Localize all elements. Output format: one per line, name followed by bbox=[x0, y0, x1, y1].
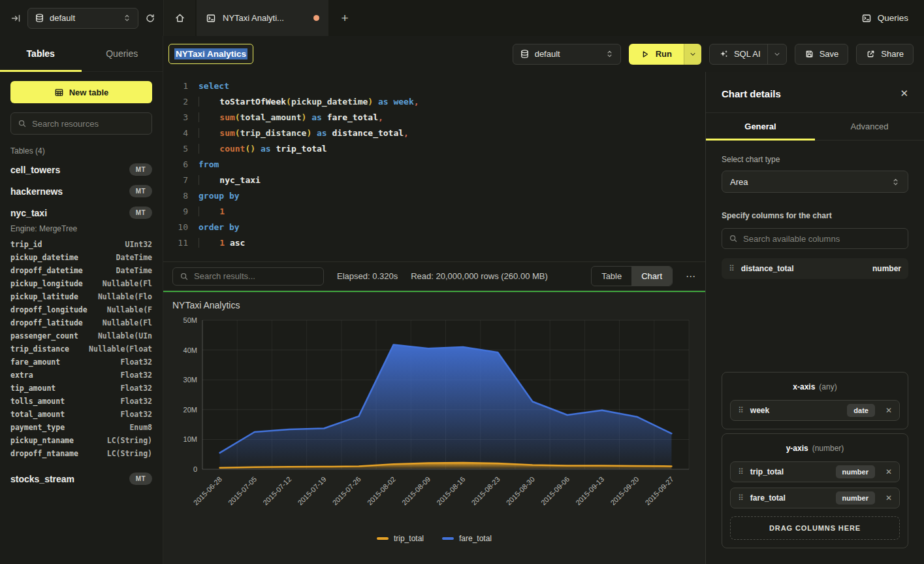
read-stat: Read: 20,000,000 rows (260.00 MB) bbox=[411, 271, 548, 281]
x-axis-title: x-axis(any) bbox=[730, 382, 900, 391]
svg-text:10M: 10M bbox=[183, 435, 197, 443]
tab-advanced[interactable]: Advanced bbox=[815, 113, 924, 140]
schema-column-row: tolls_amountFloat32 bbox=[0, 395, 163, 408]
collapse-sidebar-icon[interactable] bbox=[10, 13, 21, 24]
view-toggle-table[interactable]: Table bbox=[592, 267, 631, 286]
query-tab[interactable]: NYTaxi Analyti... bbox=[197, 0, 328, 36]
svg-text:2015-07-12: 2015-07-12 bbox=[261, 475, 293, 506]
remove-icon[interactable]: ✕ bbox=[885, 467, 892, 476]
sql-ai-chevron[interactable] bbox=[767, 44, 786, 64]
schema-column-list: trip_idUInt32pickup_datetimeDateTimedrop… bbox=[0, 238, 163, 461]
code-line: 1select bbox=[174, 78, 705, 94]
sidebar-tab-tables[interactable]: Tables bbox=[0, 36, 82, 71]
svg-text:30M: 30M bbox=[183, 376, 197, 384]
top-bar: default NYTaxi Analyti... + bbox=[0, 0, 924, 36]
queries-button[interactable]: Queries bbox=[861, 0, 924, 36]
schema-column-row: extraFloat32 bbox=[0, 369, 163, 382]
schema-column-row: dropoff_datetimeDateTime bbox=[0, 264, 163, 277]
table-row[interactable]: stocks_stream MT bbox=[0, 468, 163, 489]
columns-label: Specify columns for the chart bbox=[722, 211, 908, 220]
new-table-button[interactable]: New table bbox=[10, 81, 152, 103]
svg-text:0: 0 bbox=[193, 465, 197, 473]
y-axis-section: y-axis(number) ⠿ trip_total number ✕ ⠿ f… bbox=[722, 433, 908, 548]
topbar-database-select[interactable]: default bbox=[27, 8, 138, 29]
editor-database-select[interactable]: default bbox=[513, 44, 621, 65]
schema-column-row: passenger_countNullable(UIn bbox=[0, 329, 163, 342]
svg-text:2015-09-20: 2015-09-20 bbox=[609, 475, 640, 506]
x-axis-item-week[interactable]: ⠿ week date ✕ bbox=[730, 400, 900, 421]
table-row[interactable]: hackernews MT bbox=[0, 180, 163, 202]
drag-handle-icon[interactable]: ⠿ bbox=[729, 264, 735, 273]
refresh-icon[interactable] bbox=[145, 13, 155, 24]
legend-item-fare-total[interactable]: fare_total bbox=[442, 534, 492, 543]
sidebar-tab-queries[interactable]: Queries bbox=[82, 36, 163, 71]
type-pill: number bbox=[836, 491, 875, 505]
schema-column-row: dropoff_longitudeNullable(F bbox=[0, 303, 163, 316]
legend-item-trip-total[interactable]: trip_total bbox=[377, 534, 424, 543]
results-toolbar: Elapsed: 0.320s Read: 20,000,000 rows (2… bbox=[163, 261, 705, 291]
search-icon bbox=[180, 272, 189, 281]
drag-handle-icon[interactable]: ⠿ bbox=[738, 467, 744, 476]
panel-body: Select chart type Area Specify columns f… bbox=[706, 141, 924, 564]
save-button[interactable]: Save bbox=[795, 44, 849, 65]
schema-column-row: pickup_ntanameLC(String) bbox=[0, 434, 163, 447]
new-tab-button[interactable]: + bbox=[330, 0, 360, 36]
svg-text:2015-08-30: 2015-08-30 bbox=[505, 475, 536, 506]
editor-column: 1select2 toStartOfWeek(pickup_datetime) … bbox=[163, 72, 705, 564]
share-button[interactable]: Share bbox=[856, 44, 914, 65]
table-engine-label: Engine: MergeTree bbox=[0, 224, 163, 238]
sparkles-icon bbox=[719, 49, 729, 59]
results-search-input[interactable] bbox=[194, 271, 317, 281]
view-toggle-chart[interactable]: Chart bbox=[631, 267, 672, 286]
available-column-distance-total[interactable]: ⠿ distance_total number bbox=[722, 258, 908, 279]
schema-column-row: total_amountFloat32 bbox=[0, 408, 163, 421]
table-row[interactable]: cell_towers MT bbox=[0, 159, 163, 180]
run-options-chevron[interactable] bbox=[684, 44, 701, 65]
drag-handle-icon[interactable]: ⠿ bbox=[738, 406, 744, 415]
drag-handle-icon[interactable]: ⠿ bbox=[738, 493, 744, 503]
sidebar-search-input[interactable] bbox=[32, 119, 145, 129]
schema-column-row: payment_typeEnum8 bbox=[0, 421, 163, 434]
query-title-input[interactable]: NYTaxi Analytics bbox=[168, 44, 253, 64]
search-icon bbox=[18, 119, 27, 128]
run-button[interactable]: Run bbox=[629, 44, 701, 65]
y-axis-item-fare-total[interactable]: ⠿ fare_total number ✕ bbox=[730, 488, 900, 508]
sql-ai-button[interactable]: SQL AI bbox=[709, 44, 787, 65]
schema-column-row: dropoff_latitudeNullable(Fl bbox=[0, 316, 163, 329]
engine-badge: MT bbox=[129, 185, 152, 197]
code-line: 4 sum(trip_distance) as distance_total, bbox=[174, 125, 705, 141]
svg-text:2015-09-13: 2015-09-13 bbox=[574, 475, 605, 506]
topbar-left: default bbox=[0, 0, 163, 36]
columns-search-input[interactable] bbox=[743, 234, 901, 244]
legend-swatch bbox=[377, 537, 389, 540]
drag-columns-drop-zone[interactable]: DRAG COLUMNS HERE bbox=[730, 516, 900, 540]
home-tab[interactable] bbox=[164, 0, 195, 36]
engine-badge: MT bbox=[129, 473, 152, 485]
type-pill: number bbox=[836, 465, 875, 478]
sidebar-tabs: Tables Queries bbox=[0, 36, 163, 72]
table-row-expanded[interactable]: nyc_taxi MT bbox=[0, 202, 163, 224]
main-row: New table Tables (4) cell_towers MT hack… bbox=[0, 72, 924, 564]
close-icon[interactable]: ✕ bbox=[900, 88, 908, 99]
schema-column-row: pickup_datetimeDateTime bbox=[0, 251, 163, 264]
chart-type-label: Select chart type bbox=[722, 155, 908, 164]
type-pill: date bbox=[847, 404, 875, 417]
table-grid-icon bbox=[54, 88, 64, 97]
remove-icon[interactable]: ✕ bbox=[885, 493, 892, 503]
remove-icon[interactable]: ✕ bbox=[885, 406, 892, 415]
sql-editor[interactable]: 1select2 toStartOfWeek(pickup_datetime) … bbox=[163, 72, 705, 261]
columns-search bbox=[722, 228, 908, 249]
tab-strip: NYTaxi Analyti... + Queries bbox=[163, 0, 924, 36]
sidebar-search bbox=[10, 112, 152, 135]
more-options-icon[interactable]: ⋯ bbox=[686, 271, 696, 282]
database-icon bbox=[35, 13, 44, 23]
y-axis-item-trip-total[interactable]: ⠿ trip_total number ✕ bbox=[730, 461, 900, 482]
tables-section-label: Tables (4) bbox=[10, 146, 152, 156]
svg-text:2015-07-19: 2015-07-19 bbox=[296, 475, 327, 506]
resources-sidebar: New table Tables (4) cell_towers MT hack… bbox=[0, 72, 163, 564]
tab-general[interactable]: General bbox=[706, 113, 815, 140]
schema-column-row: trip_idUInt32 bbox=[0, 238, 163, 251]
view-toggle: Table Chart bbox=[591, 266, 673, 286]
chart-panel: NYTaxi Analytics 010M20M30M40M50M2015-06… bbox=[163, 292, 705, 564]
chart-type-select[interactable]: Area bbox=[722, 171, 908, 193]
